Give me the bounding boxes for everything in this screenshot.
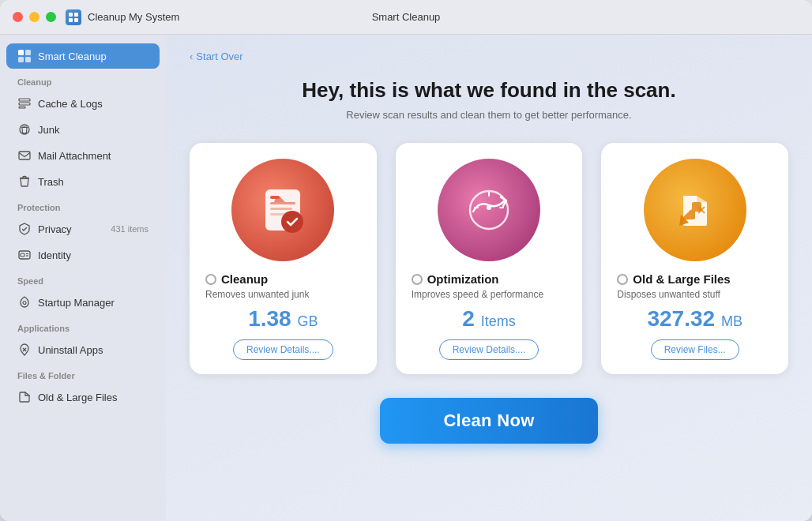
junk-label: Junk xyxy=(38,124,59,136)
sidebar-item-trash[interactable]: Trash xyxy=(6,169,160,194)
optimization-card: Optimization Improves speed & performanc… xyxy=(396,143,583,374)
content-title: Hey, this is what we found in the scan. xyxy=(190,78,788,103)
cleanup-value-unit: GB xyxy=(297,313,318,329)
oldfiles-circle-icon xyxy=(644,159,746,261)
sidebar: Smart Cleanup Cleanup Cache & Logs xyxy=(0,35,166,521)
back-label: Start Over xyxy=(196,51,242,62)
oldfiles-card-name: Old & Large Files xyxy=(633,272,730,286)
svg-rect-25 xyxy=(270,208,292,210)
startup-manager-label: Startup Manager xyxy=(38,297,115,309)
mail-icon xyxy=(17,148,32,163)
optimization-value-number: 2 xyxy=(462,306,475,331)
section-label-applications: Applications xyxy=(0,316,166,336)
junk-icon xyxy=(17,122,32,137)
smart-cleanup-label: Smart Cleanup xyxy=(38,51,107,62)
svg-rect-3 xyxy=(74,18,78,22)
sidebar-item-old-large-files[interactable]: Old & Large Files xyxy=(6,384,160,410)
smart-cleanup-icon xyxy=(17,49,32,63)
app-title: Cleanup My System xyxy=(88,11,179,23)
sidebar-item-privacy[interactable]: Privacy 431 items xyxy=(6,216,160,242)
cards-row: Cleanup Removes unwanted junk 1.38 GB Re… xyxy=(190,143,788,374)
mail-attachment-label: Mail Attachment xyxy=(38,150,111,162)
cleanup-card: Cleanup Removes unwanted junk 1.38 GB Re… xyxy=(190,143,377,374)
optimization-card-name: Optimization xyxy=(427,272,499,286)
svg-rect-1 xyxy=(74,13,78,17)
traffic-lights xyxy=(13,12,56,22)
titlebar: Cleanup My System Smart Cleanup xyxy=(0,0,812,35)
svg-rect-9 xyxy=(19,103,30,105)
svg-rect-2 xyxy=(69,18,73,22)
privacy-badge: 431 items xyxy=(111,224,148,234)
svg-rect-6 xyxy=(18,57,24,62)
maximize-button[interactable] xyxy=(46,12,56,22)
svg-rect-13 xyxy=(19,152,30,159)
oldfiles-radio[interactable] xyxy=(617,274,628,285)
svg-rect-0 xyxy=(69,13,73,17)
content-subtitle: Review scan results and clean them to ge… xyxy=(190,109,788,121)
svg-point-19 xyxy=(23,302,26,305)
app-icon xyxy=(66,9,81,25)
cache-logs-label: Cache & Logs xyxy=(38,98,103,110)
sidebar-item-cache-logs[interactable]: Cache & Logs xyxy=(6,91,160,116)
privacy-label: Privacy xyxy=(38,223,72,235)
svg-point-29 xyxy=(487,205,491,210)
sidebar-item-identity[interactable]: Identity xyxy=(6,242,160,268)
section-label-protection: Protection xyxy=(0,195,166,216)
oldfiles-value-number: 327.32 xyxy=(647,306,715,331)
optimization-review-button[interactable]: Review Details.... xyxy=(439,339,539,360)
back-button[interactable]: ‹ Start Over xyxy=(190,51,243,62)
optimization-radio[interactable] xyxy=(412,274,423,285)
privacy-icon xyxy=(17,222,32,236)
back-chevron-icon: ‹ xyxy=(190,51,193,62)
oldfiles-card-value: 327.32 MB xyxy=(647,306,742,332)
svg-rect-16 xyxy=(21,253,24,257)
cleanup-radio-row: Cleanup xyxy=(205,272,268,286)
svg-rect-7 xyxy=(25,57,31,62)
startup-icon xyxy=(17,295,32,309)
cleanup-card-name: Cleanup xyxy=(221,272,268,286)
oldfiles-review-button[interactable]: Review Files... xyxy=(651,339,739,360)
cleanup-card-value: 1.38 GB xyxy=(248,306,318,332)
files-icon xyxy=(17,390,32,404)
cleanup-review-button[interactable]: Review Details.... xyxy=(233,339,333,360)
section-label-cleanup: Cleanup xyxy=(0,69,166,90)
cleanup-circle-icon xyxy=(231,159,334,261)
content-area: ‹ Start Over Hey, this is what we found … xyxy=(166,35,812,521)
app-window: Cleanup My System Smart Cleanup Smart Cl… xyxy=(0,0,812,521)
clean-now-row: Clean Now xyxy=(190,398,788,444)
cleanup-card-desc: Removes unwanted junk xyxy=(205,289,309,300)
old-large-files-label: Old & Large Files xyxy=(38,392,117,403)
clean-now-button[interactable]: Clean Now xyxy=(380,398,597,444)
svg-point-27 xyxy=(281,211,303,233)
sidebar-item-uninstall-apps[interactable]: Uninstall Apps xyxy=(6,337,160,362)
optimization-radio-row: Optimization xyxy=(412,272,499,286)
content-nav: ‹ Start Over xyxy=(190,51,788,62)
sidebar-item-startup-manager[interactable]: Startup Manager xyxy=(6,290,160,315)
sidebar-item-smart-cleanup[interactable]: Smart Cleanup xyxy=(6,43,160,69)
svg-rect-5 xyxy=(25,50,31,55)
uninstall-apps-label: Uninstall Apps xyxy=(38,344,103,356)
svg-rect-10 xyxy=(19,107,25,108)
cache-icon xyxy=(17,96,32,111)
window-title: Smart Cleanup xyxy=(372,11,441,23)
oldfiles-card-desc: Disposes unwanted stuff xyxy=(617,289,720,300)
identity-label: Identity xyxy=(38,249,71,261)
svg-rect-8 xyxy=(19,99,30,101)
cleanup-value-number: 1.38 xyxy=(248,306,291,331)
section-label-files-folder: Files & Folder xyxy=(0,363,166,384)
oldfiles-value-unit: MB xyxy=(721,313,742,329)
optimization-circle-icon xyxy=(438,159,540,261)
sidebar-item-mail-attachment[interactable]: Mail Attachment xyxy=(6,143,160,168)
svg-rect-24 xyxy=(270,202,295,204)
minimize-button[interactable] xyxy=(29,12,39,22)
uninstall-icon xyxy=(17,343,32,357)
optimization-card-value: 2 Items xyxy=(462,306,515,332)
trash-label: Trash xyxy=(38,176,64,188)
content-header: Hey, this is what we found in the scan. … xyxy=(190,78,788,121)
cleanup-radio[interactable] xyxy=(205,274,216,285)
trash-icon xyxy=(17,174,32,189)
sidebar-item-junk[interactable]: Junk xyxy=(6,117,160,142)
main-layout: Smart Cleanup Cleanup Cache & Logs xyxy=(0,35,812,521)
close-button[interactable] xyxy=(13,12,23,22)
optimization-card-desc: Improves speed & performance xyxy=(412,289,543,300)
